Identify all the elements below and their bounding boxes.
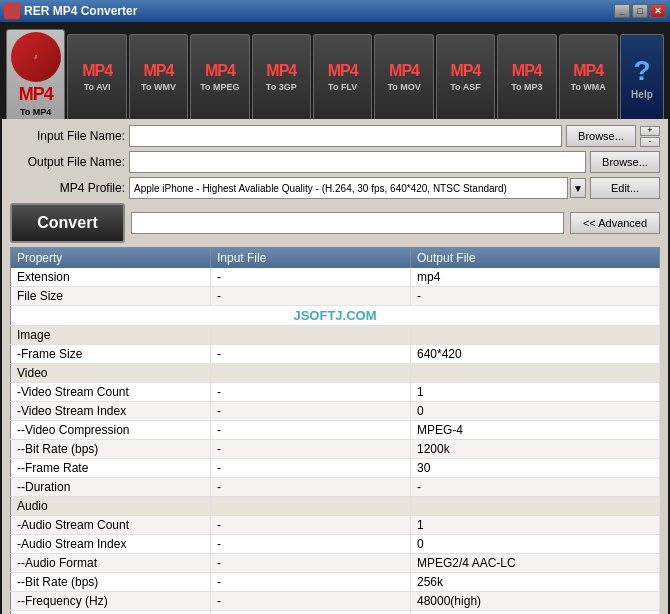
input-cell: - bbox=[211, 478, 411, 497]
section-property-cell: Video bbox=[11, 364, 211, 383]
section-input-cell bbox=[211, 497, 411, 516]
tab-to-wmv[interactable]: MP4 To WMV bbox=[129, 34, 188, 119]
input-cell: - bbox=[211, 421, 411, 440]
remove-input-button[interactable]: - bbox=[640, 137, 660, 147]
table-row: Extension-mp4 bbox=[11, 268, 660, 287]
tab-to-asf[interactable]: MP4 To ASF bbox=[436, 34, 495, 119]
input-cell: - bbox=[211, 383, 411, 402]
tab-to-mp3[interactable]: MP4 To MP3 bbox=[497, 34, 556, 119]
tab-mp4-label-0: MP4 bbox=[19, 84, 53, 105]
output-cell: Stereo bbox=[411, 611, 660, 615]
tab-sub-6: To MOV bbox=[387, 82, 420, 92]
tab-help[interactable]: ? Help bbox=[620, 34, 664, 119]
property-cell: --Bit Rate (bps) bbox=[11, 573, 211, 592]
content-area: Input File Name: Browse... + - Output Fi… bbox=[2, 119, 668, 614]
profile-select[interactable]: Apple iPhone - Highest Avaliable Quality… bbox=[129, 177, 568, 199]
tab-to-mp4[interactable]: ♪ MP4 To MP4 bbox=[6, 29, 65, 119]
table-row: --Channels-Stereo bbox=[11, 611, 660, 615]
tab-mp4-label-4: MP4 bbox=[266, 62, 296, 80]
output-cell: 30 bbox=[411, 459, 660, 478]
tab-mp4-label-7: MP4 bbox=[450, 62, 480, 80]
tab-bar: ♪ MP4 To MP4 MP4 To AVI MP4 To WMV MP4 T… bbox=[2, 24, 668, 119]
tab-to-3gp[interactable]: MP4 To 3GP bbox=[252, 34, 311, 119]
maximize-button[interactable]: □ bbox=[632, 4, 648, 18]
input-browse-button[interactable]: Browse... bbox=[566, 125, 636, 147]
output-cell: MPEG2/4 AAC-LC bbox=[411, 554, 660, 573]
edit-button[interactable]: Edit... bbox=[590, 177, 660, 199]
table-section-row: Video bbox=[11, 364, 660, 383]
tab-to-wma[interactable]: MP4 To WMA bbox=[559, 34, 618, 119]
property-cell: File Size bbox=[11, 287, 211, 306]
watermark-cell: JSOFTJ.COM bbox=[11, 306, 660, 326]
header-output: Output File bbox=[411, 248, 660, 269]
section-input-cell bbox=[211, 364, 411, 383]
advanced-button[interactable]: << Advanced bbox=[570, 212, 660, 234]
table-row: --Bit Rate (bps)-1200k bbox=[11, 440, 660, 459]
output-cell: MPEG-4 bbox=[411, 421, 660, 440]
app-icon: 🎵 bbox=[4, 3, 20, 19]
output-cell: mp4 bbox=[411, 268, 660, 287]
title-bar: 🎵 RER MP4 Converter _ □ ✕ bbox=[0, 0, 670, 22]
table-header-row: Property Input File Output File bbox=[11, 248, 660, 269]
property-cell: Extension bbox=[11, 268, 211, 287]
tab-sub-9: To WMA bbox=[571, 82, 606, 92]
table-row: -Audio Stream Index-0 bbox=[11, 535, 660, 554]
output-cell: 1 bbox=[411, 516, 660, 535]
plus-minus-controls: + - bbox=[640, 126, 660, 147]
property-cell: --Frame Rate bbox=[11, 459, 211, 478]
tab-mp4-label-3: MP4 bbox=[205, 62, 235, 80]
tab-sub-4: To 3GP bbox=[266, 82, 297, 92]
output-cell: 1 bbox=[411, 383, 660, 402]
section-property-cell: Audio bbox=[11, 497, 211, 516]
property-cell: --Duration bbox=[11, 478, 211, 497]
tab-to-avi[interactable]: MP4 To AVI bbox=[67, 34, 126, 119]
tab-sub-0: To MP4 bbox=[20, 107, 51, 117]
tab-mp4-label-5: MP4 bbox=[328, 62, 358, 80]
input-cell: - bbox=[211, 592, 411, 611]
input-cell: - bbox=[211, 345, 411, 364]
output-file-field[interactable] bbox=[129, 151, 586, 173]
input-cell: - bbox=[211, 440, 411, 459]
table-section-row: Audio bbox=[11, 497, 660, 516]
property-cell: --Channels bbox=[11, 611, 211, 615]
table-row: --Audio Format-MPEG2/4 AAC-LC bbox=[11, 554, 660, 573]
table-row: --Video Compression-MPEG-4 bbox=[11, 421, 660, 440]
property-cell: -Audio Stream Count bbox=[11, 516, 211, 535]
input-file-field[interactable] bbox=[129, 125, 562, 147]
tab-to-mpeg[interactable]: MP4 To MPEG bbox=[190, 34, 249, 119]
property-cell: --Video Compression bbox=[11, 421, 211, 440]
input-cell: - bbox=[211, 554, 411, 573]
input-file-label: Input File Name: bbox=[10, 129, 125, 143]
output-cell: 0 bbox=[411, 402, 660, 421]
tab-sub-3: To MPEG bbox=[200, 82, 239, 92]
output-cell: 640*420 bbox=[411, 345, 660, 364]
output-browse-button[interactable]: Browse... bbox=[590, 151, 660, 173]
add-input-button[interactable]: + bbox=[640, 126, 660, 136]
help-label: Help bbox=[631, 89, 653, 100]
input-cell: - bbox=[211, 573, 411, 592]
help-icon: ? bbox=[633, 55, 650, 87]
tab-sub-7: To ASF bbox=[450, 82, 481, 92]
properties-table: Property Input File Output File Extensio… bbox=[10, 247, 660, 614]
profile-dropdown-arrow[interactable]: ▼ bbox=[570, 178, 586, 198]
header-property: Property bbox=[11, 248, 211, 269]
input-cell: - bbox=[211, 459, 411, 478]
tab-to-flv[interactable]: MP4 To FLV bbox=[313, 34, 372, 119]
section-property-cell: Image bbox=[11, 326, 211, 345]
profile-label: MP4 Profile: bbox=[10, 181, 125, 195]
tab-to-mov[interactable]: MP4 To MOV bbox=[374, 34, 433, 119]
section-output-cell bbox=[411, 497, 660, 516]
tab-mp4-label-1: MP4 bbox=[82, 62, 112, 80]
watermark-row: JSOFTJ.COM bbox=[11, 306, 660, 326]
input-cell: - bbox=[211, 402, 411, 421]
property-cell: --Frequency (Hz) bbox=[11, 592, 211, 611]
input-cell: - bbox=[211, 535, 411, 554]
main-window: ♪ MP4 To MP4 MP4 To AVI MP4 To WMV MP4 T… bbox=[0, 22, 670, 614]
convert-button[interactable]: Convert bbox=[10, 203, 125, 243]
input-cell: - bbox=[211, 611, 411, 615]
output-cell: 256k bbox=[411, 573, 660, 592]
property-cell: -Audio Stream Index bbox=[11, 535, 211, 554]
table-row: -Audio Stream Count-1 bbox=[11, 516, 660, 535]
close-button[interactable]: ✕ bbox=[650, 4, 666, 18]
minimize-button[interactable]: _ bbox=[614, 4, 630, 18]
